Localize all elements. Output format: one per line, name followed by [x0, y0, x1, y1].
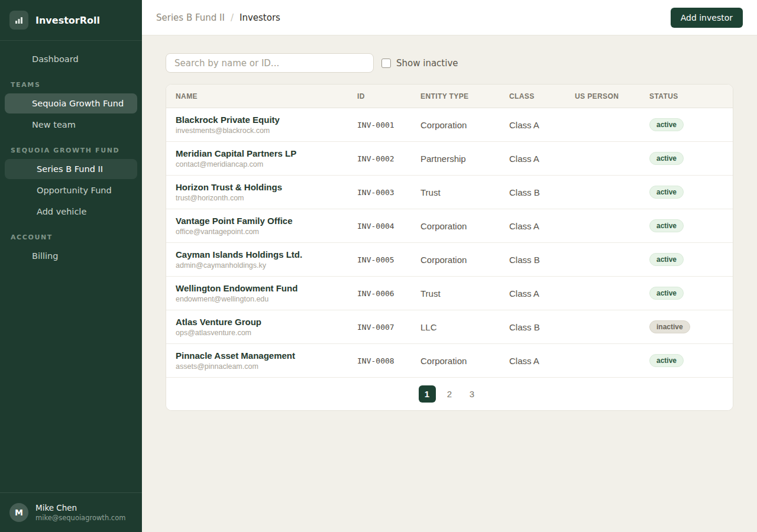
investor-name: Atlas Venture Group: [176, 317, 357, 328]
table-row[interactable]: Atlas Venture Groupops@atlasventure.com …: [166, 310, 733, 344]
table-header-row: NAME ID ENTITY TYPE CLASS US PERSON STAT…: [166, 85, 733, 108]
sidebar-section-sequoia-growth-fund: SEQUOIA GROWTH FUND: [5, 136, 137, 159]
sidebar-section-teams: TEAMS: [5, 70, 137, 93]
share-class: Class A: [509, 154, 575, 164]
status-badge: inactive: [649, 320, 690, 333]
table-row[interactable]: Pinnacle Asset Managementassets@pinnacle…: [166, 344, 733, 378]
share-class: Class B: [509, 187, 575, 197]
investor-email: endowment@wellington.edu: [176, 295, 357, 303]
investor-id: INV-0001: [357, 121, 420, 129]
entity-type: Corporation: [420, 120, 509, 130]
user-profile[interactable]: M Mike Chen mike@sequoiagrowth.com: [0, 492, 142, 532]
entity-type: Partnership: [420, 154, 509, 164]
column-header-us-person: US PERSON: [575, 92, 649, 100]
show-inactive-checkbox[interactable]: [381, 59, 391, 68]
status-badge: active: [649, 186, 684, 199]
sidebar-section-account: ACCOUNT: [5, 223, 137, 246]
breadcrumb-fund[interactable]: Series B Fund II: [156, 12, 225, 23]
investor-name: Cayman Islands Holdings Ltd.: [176, 249, 357, 261]
investor-id: INV-0006: [357, 289, 420, 298]
share-class: Class A: [509, 120, 575, 130]
sidebar-item-add-vehicle[interactable]: Add vehicle: [5, 202, 137, 222]
investor-name: Meridian Capital Partners LP: [176, 148, 357, 160]
user-email: mike@sequoiagrowth.com: [35, 514, 125, 522]
add-investor-button[interactable]: Add investor: [671, 8, 743, 28]
column-header-id: ID: [357, 92, 420, 100]
user-name: Mike Chen: [35, 503, 125, 512]
investor-email: contact@meridiancap.com: [176, 160, 357, 168]
share-class: Class A: [509, 288, 575, 299]
status-badge: active: [649, 354, 684, 367]
sidebar-item-dashboard[interactable]: Dashboard: [5, 49, 137, 69]
main-area: Series B Fund II / Investors Add investo…: [142, 0, 757, 532]
entity-type: Trust: [420, 187, 509, 197]
status-badge: active: [649, 287, 684, 300]
page-button-2[interactable]: 2: [441, 385, 458, 403]
investor-id: INV-0002: [357, 154, 420, 163]
investors-table: NAME ID ENTITY TYPE CLASS US PERSON STAT…: [166, 84, 733, 411]
sidebar-item-opportunity-fund[interactable]: Opportunity Fund: [5, 180, 137, 200]
investor-email: assets@pinnacleam.com: [176, 362, 357, 371]
app-logo[interactable]: InvestorRoll: [0, 0, 142, 41]
sidebar-spacer: [0, 267, 142, 492]
entity-type: Trust: [420, 288, 509, 299]
breadcrumb-investors: Investors: [240, 12, 280, 23]
share-class: Class B: [509, 322, 575, 332]
bar-chart-icon: [9, 11, 28, 30]
investor-id: INV-0005: [357, 255, 420, 264]
table-row[interactable]: Wellington Endowment Fundendowment@welli…: [166, 277, 733, 310]
entity-type: Corporation: [420, 221, 509, 231]
sidebar-nav: Dashboard TEAMS Sequoia Growth Fund New …: [0, 41, 142, 267]
content: Show inactive NAME ID ENTITY TYPE CLASS …: [142, 35, 757, 429]
entity-type: Corporation: [420, 356, 509, 366]
table-row[interactable]: Horizon Trust & Holdingstrust@horizonth.…: [166, 176, 733, 209]
investor-name: Blackrock Private Equity: [176, 115, 357, 126]
sidebar-item-series-b-fund-ii[interactable]: Series B Fund II: [5, 159, 137, 179]
table-row[interactable]: Meridian Capital Partners LPcontact@meri…: [166, 142, 733, 176]
table-row[interactable]: Vantage Point Family Officeoffice@vantag…: [166, 209, 733, 243]
show-inactive-label: Show inactive: [396, 58, 458, 69]
status-badge: active: [649, 219, 684, 232]
search-input[interactable]: [166, 53, 374, 73]
share-class: Class B: [509, 255, 575, 265]
pagination: 1 2 3: [166, 378, 733, 410]
sidebar-item-new-team[interactable]: New team: [5, 115, 137, 135]
column-header-class: CLASS: [509, 92, 575, 100]
column-header-status: STATUS: [649, 92, 733, 100]
column-header-name: NAME: [166, 92, 357, 100]
investor-email: admin@caymanholdings.ky: [176, 261, 357, 270]
status-badge: active: [649, 152, 684, 165]
table-row[interactable]: Blackrock Private Equityinvestments@blac…: [166, 108, 733, 142]
share-class: Class A: [509, 221, 575, 231]
breadcrumb-separator: /: [231, 12, 234, 23]
page-button-3[interactable]: 3: [464, 385, 481, 403]
investor-name: Horizon Trust & Holdings: [176, 182, 357, 193]
app-name: InvestorRoll: [35, 15, 100, 26]
show-inactive-toggle[interactable]: Show inactive: [381, 58, 458, 69]
sidebar: InvestorRoll Dashboard TEAMS Sequoia Gro…: [0, 0, 142, 532]
entity-type: LLC: [420, 322, 509, 332]
toolbar: Show inactive: [166, 53, 733, 73]
investor-id: INV-0003: [357, 188, 420, 197]
sidebar-item-sequoia-growth-fund[interactable]: Sequoia Growth Fund: [5, 93, 137, 113]
status-badge: active: [649, 253, 684, 266]
investor-email: ops@atlasventure.com: [176, 329, 357, 337]
entity-type: Corporation: [420, 255, 509, 265]
investor-id: INV-0004: [357, 222, 420, 231]
share-class: Class A: [509, 356, 575, 366]
breadcrumb: Series B Fund II / Investors: [156, 12, 280, 23]
investor-id: INV-0008: [357, 356, 420, 365]
investor-id: INV-0007: [357, 323, 420, 332]
investor-name: Wellington Endowment Fund: [176, 283, 357, 294]
investor-email: office@vantagepoint.com: [176, 228, 357, 236]
status-badge: active: [649, 118, 684, 131]
column-header-entity-type: ENTITY TYPE: [420, 92, 509, 100]
avatar: M: [9, 503, 28, 522]
investor-name: Pinnacle Asset Management: [176, 351, 357, 362]
page-button-1[interactable]: 1: [419, 385, 436, 403]
table-row[interactable]: Cayman Islands Holdings Ltd.admin@cayman…: [166, 243, 733, 277]
top-bar: Series B Fund II / Investors Add investo…: [142, 0, 757, 35]
sidebar-item-billing[interactable]: Billing: [5, 246, 137, 266]
investor-email: investments@blackrock.com: [176, 126, 357, 135]
investor-email: trust@horizonth.com: [176, 194, 357, 202]
